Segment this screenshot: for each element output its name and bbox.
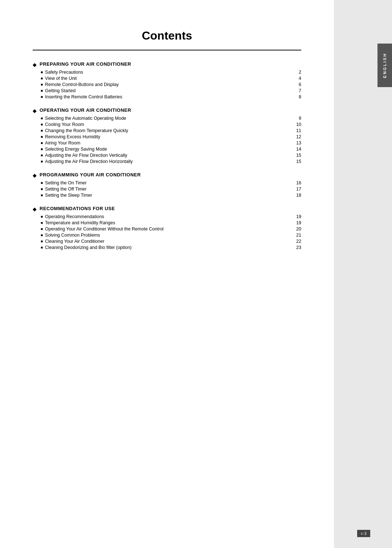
section-recommendations: ◆Recommendations For Use■Operating Recom…	[33, 206, 301, 250]
toc-item-label: View of the Unit	[45, 76, 168, 81]
toc-page-number: 21	[294, 233, 301, 238]
toc-item: ■Remote Control-Buttons and Display6	[41, 82, 301, 87]
toc-item: ■Operating Recommendations19	[41, 214, 301, 219]
bullet-icon: ■	[41, 89, 43, 93]
toc-page-number: 12	[294, 134, 301, 139]
toc-item: ■Safety Precautions2	[41, 70, 301, 75]
toc-dots	[170, 98, 293, 98]
toc-item: ■Adjusting the Air Flow Direction Vertic…	[41, 153, 301, 158]
toc-item-label: Operating Recommendations	[45, 214, 168, 219]
section-recommendations-header: ◆Recommendations For Use	[33, 206, 301, 212]
toc-item-label: Setting the Off Timer	[45, 187, 168, 192]
toc-dots	[170, 230, 293, 230]
toc-item-label: Cleaning Your Air Conditioner	[45, 239, 168, 244]
toc-item: ■Operating Your Air Conditioner Without …	[41, 226, 301, 232]
toc-page-number: 23	[294, 245, 301, 250]
toc-page-number: 9	[294, 116, 301, 121]
section-programming-items: ■Setting the On Timer16■Setting the Off …	[41, 180, 301, 198]
toc-item-label: Inserting the Remote Control Batteries	[45, 94, 168, 99]
toc-page-number: 8	[294, 94, 301, 99]
bullet-icon: ■	[41, 135, 43, 139]
toc-item: ■View of the Unit4	[41, 76, 301, 81]
toc-page-number: 17	[294, 187, 301, 192]
toc-page-number: 11	[294, 128, 301, 133]
toc-item-label: Solving Common Problems	[45, 233, 168, 238]
toc-item-label: Changing the Room Temperature Quickly	[45, 128, 168, 133]
toc-dots	[170, 150, 293, 151]
toc-dots	[170, 190, 293, 191]
toc-item: ■Getting Started7	[41, 88, 301, 93]
toc-item-label: Setting the On Timer	[45, 180, 168, 185]
toc-item-label: Temperature and Humidity Ranges	[45, 220, 168, 225]
toc-item: ■Solving Common Problems21	[41, 233, 301, 238]
toc-page-number: 22	[294, 239, 301, 244]
toc-page-number: 10	[294, 122, 301, 127]
toc-dots	[170, 249, 293, 249]
toc-item: ■Inserting the Remote Control Batteries8	[41, 94, 301, 99]
toc-dots	[170, 242, 293, 243]
section-recommendations-title: Recommendations For Use	[40, 206, 115, 211]
page-number-prefix: E-	[361, 532, 364, 535]
toc-dots	[170, 236, 293, 237]
toc-dots	[170, 86, 293, 86]
section-operating: ◆Operating Your Air Conditioner■Selectin…	[33, 107, 301, 164]
toc-dots	[170, 224, 293, 224]
toc-dots	[170, 138, 293, 138]
language-label: ENGLISH	[383, 53, 387, 78]
toc-dots	[170, 73, 293, 74]
bullet-icon: ■	[41, 193, 43, 197]
toc-page-number: 15	[294, 153, 301, 158]
toc-page-number: 7	[294, 88, 301, 93]
bullet-icon: ■	[41, 245, 43, 249]
toc-page-number: 16	[294, 180, 301, 185]
toc-item: ■Cleaning Your Air Conditioner22	[41, 239, 301, 244]
toc-item: ■Adjusting the Air Flow Direction Horizo…	[41, 159, 301, 164]
toc-item: ■Cleaning Deodorizing and Bio filter (op…	[41, 245, 301, 250]
bullet-icon: ■	[41, 70, 43, 74]
bullet-icon: ■	[41, 116, 43, 120]
toc-item: ■Selecting the Automatic Operating Mode9	[41, 116, 301, 121]
toc-item: ■Temperature and Humidity Ranges19	[41, 220, 301, 225]
toc-item: ■Selecting Energy Saving Mode14	[41, 147, 301, 152]
section-programming: ◆Programming Your Air Conditioner■Settin…	[33, 172, 301, 198]
toc-item-label: Operating Your Air Conditioner Without t…	[45, 226, 168, 232]
toc-dots	[170, 184, 293, 184]
toc-item-label: Setting the Sleep Timer	[45, 193, 168, 198]
language-sidebar: ENGLISH	[377, 44, 392, 87]
section-programming-title: Programming Your Air Conditioner	[40, 172, 141, 177]
title-divider	[33, 50, 301, 50]
page-number-value: 3	[364, 531, 366, 536]
toc-item-label: Remote Control-Buttons and Display	[45, 82, 168, 87]
section-recommendations-items: ■Operating Recommendations19■Temperature…	[41, 214, 301, 250]
bullet-icon: ■	[41, 141, 43, 145]
toc-dots	[170, 92, 293, 92]
section-operating-header: ◆Operating Your Air Conditioner	[33, 107, 301, 114]
toc-item-label: Cleaning Deodorizing and Bio filter (opt…	[45, 245, 168, 250]
toc-dots	[170, 79, 293, 80]
toc-page-number: 2	[294, 70, 301, 75]
toc-page-number: 18	[294, 193, 301, 198]
diamond-icon: ◆	[33, 62, 37, 68]
toc-item-label: Selecting the Automatic Operating Mode	[45, 116, 168, 121]
section-preparing-items: ■Safety Precautions2■View of the Unit4■R…	[41, 70, 301, 99]
toc-page-number: 6	[294, 82, 301, 87]
bullet-icon: ■	[41, 147, 43, 151]
toc-dots	[170, 218, 293, 218]
toc-dots	[170, 156, 293, 157]
toc-item: ■Changing the Room Temperature Quickly11	[41, 128, 301, 133]
toc-item-label: Adjusting the Air Flow Direction Vertica…	[45, 153, 168, 158]
section-operating-items: ■Selecting the Automatic Operating Mode9…	[41, 116, 301, 164]
toc-dots	[170, 163, 293, 163]
toc-page-number: 4	[294, 76, 301, 81]
bullet-icon: ■	[41, 122, 43, 126]
toc-page-number: 14	[294, 147, 301, 152]
section-preparing-title: Preparing Your Air Conditioner	[40, 61, 131, 67]
toc-dots	[170, 144, 293, 144]
section-programming-header: ◆Programming Your Air Conditioner	[33, 172, 301, 178]
toc-item: ■Cooling Your Room10	[41, 122, 301, 127]
toc-page-number: 19	[294, 220, 301, 225]
toc-page-number: 15	[294, 159, 301, 164]
bullet-icon: ■	[41, 227, 43, 231]
toc-item: ■Removing Excess Humidity12	[41, 134, 301, 139]
toc-item: ■Setting the Sleep Timer18	[41, 193, 301, 198]
